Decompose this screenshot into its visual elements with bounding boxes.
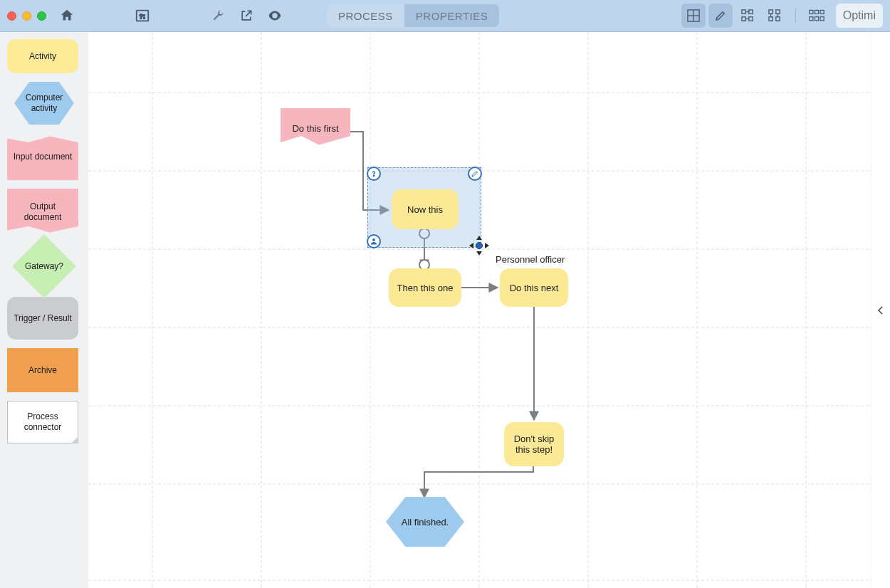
node-then-this-one[interactable]: Then this one bbox=[389, 268, 461, 307]
node-do-this-first[interactable]: Do this first bbox=[281, 108, 350, 148]
grid-toggle-icon[interactable] bbox=[681, 4, 706, 28]
assign-handle-icon[interactable] bbox=[367, 234, 381, 248]
preview-eye-icon[interactable] bbox=[263, 4, 287, 28]
svg-rect-18 bbox=[815, 10, 818, 14]
help-handle-icon[interactable] bbox=[367, 167, 381, 181]
svg-rect-20 bbox=[810, 17, 813, 21]
svg-rect-22 bbox=[820, 17, 824, 21]
palette-computer-activity[interactable]: Computer activity bbox=[14, 82, 74, 125]
node-label: Do this first bbox=[292, 123, 338, 134]
tab-process[interactable]: PROCESS bbox=[327, 4, 404, 27]
node-dont-skip[interactable]: Don't skip this step! bbox=[504, 422, 564, 466]
svg-rect-5 bbox=[742, 10, 745, 14]
svg-rect-12 bbox=[776, 10, 780, 14]
close-window-button[interactable] bbox=[7, 11, 16, 21]
palette-output-document[interactable]: Output document bbox=[7, 189, 78, 236]
node-do-this-next[interactable]: Do this next bbox=[500, 268, 568, 307]
palette-process-connector[interactable]: Process connector bbox=[7, 401, 78, 443]
palette-archive[interactable]: Archive bbox=[7, 348, 78, 392]
palette-input-document[interactable]: Input document bbox=[7, 133, 78, 180]
node-label: Don't skip this step! bbox=[508, 434, 560, 455]
right-tool-group: Optimi bbox=[681, 4, 883, 28]
node-label: Do this next bbox=[510, 283, 559, 293]
svg-point-39 bbox=[373, 175, 374, 176]
tab-properties[interactable]: PROPERTIES bbox=[404, 4, 499, 27]
svg-rect-19 bbox=[820, 10, 824, 14]
svg-rect-13 bbox=[769, 17, 773, 21]
svg-rect-6 bbox=[742, 17, 745, 21]
node-label: Then this one bbox=[397, 283, 454, 293]
svg-point-40 bbox=[372, 238, 375, 241]
wrench-icon[interactable] bbox=[206, 4, 230, 28]
role-label: Personnel officer bbox=[496, 254, 565, 265]
palette-activity[interactable]: Activity bbox=[7, 39, 78, 73]
node-now-this[interactable]: Now this bbox=[392, 189, 459, 229]
window-traffic-lights bbox=[7, 11, 46, 21]
palette-trigger-result[interactable]: Trigger / Result bbox=[7, 297, 78, 340]
layout-icon-c[interactable] bbox=[805, 4, 829, 28]
diagram-canvas[interactable]: Do this first Now this Then this one Per… bbox=[88, 32, 871, 588]
move-handle-icon[interactable] bbox=[472, 238, 486, 253]
home-icon[interactable] bbox=[55, 4, 79, 28]
layout-icon-a[interactable] bbox=[735, 4, 760, 28]
optimize-button[interactable]: Optimi bbox=[836, 4, 883, 28]
minimize-window-button[interactable] bbox=[22, 11, 31, 21]
open-external-icon[interactable] bbox=[234, 4, 258, 28]
svg-rect-8 bbox=[749, 17, 753, 21]
layout-icon-b[interactable] bbox=[763, 4, 787, 28]
canvas-svg bbox=[88, 32, 871, 588]
edit-handle-icon[interactable] bbox=[468, 167, 482, 181]
right-panel-toggle[interactable] bbox=[871, 32, 890, 588]
svg-rect-14 bbox=[776, 17, 780, 21]
help-panel-icon[interactable]: ?: bbox=[130, 4, 155, 28]
svg-rect-17 bbox=[810, 10, 813, 14]
svg-rect-21 bbox=[815, 17, 818, 21]
chevron-left-icon bbox=[874, 304, 887, 317]
svg-text:?:: ?: bbox=[139, 13, 145, 20]
maximize-window-button[interactable] bbox=[37, 11, 46, 21]
svg-rect-11 bbox=[769, 10, 773, 14]
node-label: All finished. bbox=[402, 517, 449, 527]
shape-palette: Activity Computer activity Input documen… bbox=[0, 32, 88, 588]
toolbar: ?: PROCESS PROPERTIES bbox=[0, 0, 890, 32]
palette-gateway[interactable]: Gateway? bbox=[12, 234, 76, 298]
view-tabs: PROCESS PROPERTIES bbox=[327, 4, 499, 27]
edit-pencil-icon[interactable] bbox=[708, 4, 733, 28]
svg-rect-7 bbox=[749, 10, 753, 14]
node-label: Now this bbox=[407, 204, 443, 215]
